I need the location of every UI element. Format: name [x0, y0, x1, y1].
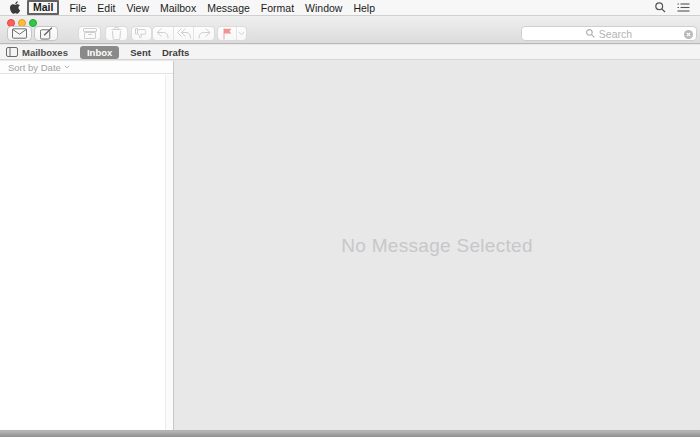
mailboxes-sidebar-icon	[6, 47, 18, 57]
apple-menu[interactable]	[10, 1, 21, 14]
search-input[interactable]: Search	[521, 26, 697, 41]
forward-button[interactable]	[193, 27, 214, 40]
flag-icon	[223, 28, 232, 40]
search-icon	[586, 29, 595, 38]
reply-button[interactable]	[153, 27, 173, 40]
message-list-empty	[0, 75, 164, 430]
reply-icon	[156, 28, 169, 39]
menu-item-mail[interactable]: Mail	[27, 0, 59, 15]
sort-label: Sort by Date	[8, 62, 61, 73]
sort-header[interactable]: Sort by Date	[0, 61, 173, 74]
message-list-scrollbar[interactable]	[165, 75, 173, 430]
archive-icon	[83, 28, 97, 39]
message-view-pane: No Message Selected	[174, 61, 700, 430]
trash-icon	[111, 27, 122, 40]
window-bottom-edge	[0, 430, 700, 437]
toolbar: Search	[0, 16, 700, 44]
junk-button[interactable]	[131, 26, 152, 41]
notification-center-icon[interactable]	[677, 3, 690, 12]
sort-chevron-down-icon	[64, 65, 70, 69]
favorites-item-sent[interactable]: Sent	[130, 47, 151, 58]
compose-icon	[40, 27, 53, 40]
mailboxes-label: Mailboxes	[22, 47, 68, 58]
flag-menu-button[interactable]	[236, 27, 246, 40]
reply-all-button[interactable]	[173, 27, 194, 40]
favorites-bar: Mailboxes Inbox Sent Drafts	[0, 45, 700, 60]
forward-icon	[198, 28, 211, 39]
message-list-pane: Sort by Date	[0, 61, 174, 430]
favorites-item-drafts[interactable]: Drafts	[162, 47, 189, 58]
apple-logo-icon	[10, 1, 21, 14]
menu-item-help[interactable]: Help	[352, 2, 376, 14]
envelope-icon	[12, 28, 27, 39]
compose-button[interactable]	[34, 26, 58, 41]
search-clear-button[interactable]	[684, 30, 693, 39]
mail-window: Mail File Edit View Mailbox Message Form…	[0, 0, 700, 437]
trash-button[interactable]	[105, 26, 128, 41]
menu-item-window[interactable]: Window	[304, 2, 343, 14]
flag-split-button	[217, 26, 247, 41]
menu-bar-status-icons	[655, 2, 690, 13]
thumbs-down-icon	[135, 28, 148, 40]
get-mail-button[interactable]	[7, 26, 32, 41]
spotlight-search-icon[interactable]	[655, 2, 666, 13]
menu-item-edit[interactable]: Edit	[96, 2, 116, 14]
reply-all-icon	[177, 28, 191, 39]
flag-button[interactable]	[218, 27, 236, 40]
search-placeholder: Search	[599, 28, 632, 40]
menu-item-message[interactable]: Message	[206, 2, 251, 14]
reply-button-group	[152, 26, 215, 41]
content-area: Sort by Date No Message Selected	[0, 61, 700, 430]
menu-item-file[interactable]: File	[68, 2, 87, 14]
menu-item-mailbox[interactable]: Mailbox	[159, 2, 197, 14]
mailboxes-toggle[interactable]: Mailboxes	[6, 47, 68, 58]
no-message-selected-text: No Message Selected	[341, 235, 533, 257]
search-placeholder-wrap: Search	[586, 28, 632, 40]
menu-bar: Mail File Edit View Mailbox Message Form…	[0, 0, 700, 16]
chevron-down-icon	[238, 31, 245, 36]
archive-button[interactable]	[78, 26, 101, 41]
menu-item-format[interactable]: Format	[260, 2, 295, 14]
menu-item-view[interactable]: View	[125, 2, 150, 14]
favorites-item-inbox[interactable]: Inbox	[80, 46, 119, 59]
